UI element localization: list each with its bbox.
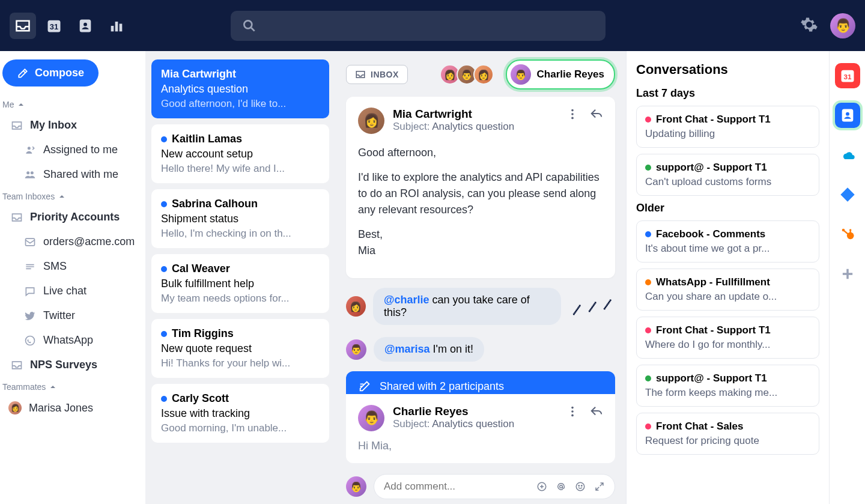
svg-point-12 xyxy=(26,336,35,345)
svg-text:31: 31 xyxy=(843,73,851,80)
top-bar: 31 👨 xyxy=(0,0,865,51)
svg-point-10 xyxy=(31,171,34,174)
rail-hubspot-icon[interactable] xyxy=(835,222,860,247)
settings-icon[interactable] xyxy=(800,16,818,36)
thread-panel: INBOX 👩 👨 👩 👨Charlie Reyes 👩 Mia Cartwri… xyxy=(335,51,626,504)
reply-icon[interactable] xyxy=(590,405,603,418)
add-icon[interactable] xyxy=(536,481,547,492)
nav-nps[interactable]: NPS Surveys xyxy=(0,354,141,376)
compose-label: Compose xyxy=(35,67,84,79)
reply-preview: Hi Mia, xyxy=(358,440,603,452)
svg-point-17 xyxy=(571,410,574,413)
svg-point-13 xyxy=(571,109,574,112)
rp-section: Older xyxy=(636,202,819,214)
conversation-card[interactable]: Carly ScottIssue with trackingGood morni… xyxy=(151,384,329,443)
nav-twitter[interactable]: Twitter xyxy=(0,305,141,327)
svg-rect-4 xyxy=(111,26,114,31)
nav-analytics-icon[interactable] xyxy=(103,13,130,39)
section-teammates[interactable]: Teammates xyxy=(0,378,141,394)
svg-point-9 xyxy=(26,171,29,174)
comment-row: 👨 @marisa I'm on it! xyxy=(346,337,615,362)
rail-salesforce-icon[interactable] xyxy=(835,142,860,168)
current-user-avatar: 👨 xyxy=(346,476,366,497)
section-team[interactable]: Team Inboxes xyxy=(0,188,141,204)
right-panel: Conversations Last 7 days Front Chat - S… xyxy=(626,51,829,504)
related-conversation[interactable]: Facebook - CommentsIt's about time we go… xyxy=(636,220,819,263)
svg-rect-11 xyxy=(26,238,35,246)
nav-shared[interactable]: Shared with me xyxy=(0,163,141,186)
nav-priority[interactable]: Priority Accounts xyxy=(0,206,141,228)
svg-point-15 xyxy=(571,117,574,120)
rail-add-icon[interactable] xyxy=(835,261,860,287)
related-conversation[interactable]: support@ - Support T1The form keeps maki… xyxy=(636,365,819,407)
conversation-card[interactable]: Kaitlin LamasNew account setupHello ther… xyxy=(151,124,329,183)
conversation-card[interactable]: Cal WeaverBulk fulfillment helpMy team n… xyxy=(151,254,329,313)
nav-calendar-icon[interactable]: 31 xyxy=(41,13,67,39)
reply-from: Charlie Reyes xyxy=(393,405,514,418)
message-subject: Subject: Analytics question xyxy=(393,121,514,133)
related-conversation[interactable]: Front Chat - Support T1Where do I go for… xyxy=(636,317,819,359)
expand-icon[interactable] xyxy=(594,481,605,492)
sender-avatar: 👩 xyxy=(358,108,384,134)
related-conversation[interactable]: Front Chat - Support T1Updating billing xyxy=(636,106,819,148)
nav-sms[interactable]: SMS xyxy=(0,255,141,278)
comment-bubble: @marisa I'm on it! xyxy=(374,337,484,362)
svg-text:31: 31 xyxy=(50,22,58,31)
rail-contacts-icon[interactable] xyxy=(835,103,860,128)
svg-point-7 xyxy=(244,20,252,28)
assignee-pill[interactable]: 👨Charlie Reyes xyxy=(506,59,615,90)
nav-teammate-marisa[interactable]: 👩Marisa Jones xyxy=(0,396,141,419)
svg-point-8 xyxy=(28,147,31,150)
comment-input[interactable] xyxy=(374,474,615,499)
conversation-card[interactable]: Tim RigginsNew quote requestHi! Thanks f… xyxy=(151,319,329,378)
emoji-icon[interactable] xyxy=(575,481,586,492)
conversation-card[interactable]: Sabrina CalhounShipment statusHello, I'm… xyxy=(151,189,329,248)
comment-row: 👩 @charlie can you take care of this? ⟋⟋… xyxy=(346,288,615,325)
panel-title: Conversations xyxy=(636,62,819,77)
related-conversation[interactable]: Front Chat - SalesRequest for pricing qu… xyxy=(636,413,819,455)
watchers: 👩 👨 👩 xyxy=(443,64,494,85)
svg-point-18 xyxy=(571,414,574,417)
nav-contacts-icon[interactable] xyxy=(72,13,99,39)
rp-section: Last 7 days xyxy=(636,87,819,100)
reply-icon[interactable] xyxy=(590,108,603,121)
svg-point-14 xyxy=(571,113,574,115)
svg-point-3 xyxy=(83,22,87,26)
svg-point-16 xyxy=(571,407,574,409)
inbox-pill[interactable]: INBOX xyxy=(346,65,408,84)
section-me[interactable]: Me xyxy=(0,96,141,112)
message-from: Mia Cartwright xyxy=(393,108,514,121)
message-card: 👩 Mia Cartwright Subject: Analytics ques… xyxy=(346,97,615,278)
nav-assigned[interactable]: Assigned to me xyxy=(0,139,141,161)
svg-point-27 xyxy=(846,112,849,116)
nav-inbox-icon[interactable] xyxy=(10,13,36,39)
nav-my-inbox[interactable]: My Inbox xyxy=(0,114,141,136)
conversation-card[interactable]: Mia CartwrightAnalytics questionGood aft… xyxy=(151,59,329,118)
user-avatar[interactable]: 👨 xyxy=(830,13,855,38)
comment-field[interactable] xyxy=(384,481,536,493)
svg-point-23 xyxy=(581,485,583,487)
nav-livechat[interactable]: Live chat xyxy=(0,280,141,302)
svg-point-21 xyxy=(576,482,584,491)
mention-icon[interactable] xyxy=(556,481,566,492)
message-body: Good afternoon, I'd like to explore the … xyxy=(358,145,603,259)
svg-rect-5 xyxy=(115,22,118,31)
watcher-avatar[interactable]: 👩 xyxy=(473,64,494,85)
conversation-list: Mia CartwrightAnalytics questionGood aft… xyxy=(145,51,335,504)
rail-jira-icon[interactable] xyxy=(835,182,860,207)
more-icon[interactable] xyxy=(566,405,579,418)
svg-point-22 xyxy=(578,485,580,487)
svg-rect-6 xyxy=(120,23,123,31)
comment-avatar: 👨 xyxy=(346,339,366,360)
nav-whatsapp[interactable]: WhatsApp xyxy=(0,329,141,351)
more-icon[interactable] xyxy=(566,108,579,121)
related-conversation[interactable]: support@ - Support T1Can't upload custom… xyxy=(636,154,819,196)
search-input[interactable] xyxy=(231,11,606,41)
related-conversation[interactable]: WhatsApp - FullfillmentCan you share an … xyxy=(636,269,819,311)
reply-avatar: 👨 xyxy=(358,405,384,431)
app-rail: 31 xyxy=(829,51,865,504)
nav-orders[interactable]: orders@acme.com xyxy=(0,231,141,253)
compose-button[interactable]: Compose xyxy=(2,59,99,87)
reply-subject: Subject: Analytics question xyxy=(393,418,514,430)
rail-calendar-icon[interactable]: 31 xyxy=(835,63,860,88)
